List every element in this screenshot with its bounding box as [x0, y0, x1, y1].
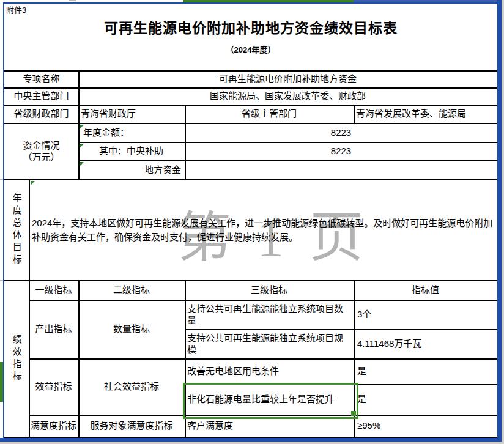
page-title[interactable]: 可再生能源电价附加补助地方资金绩效目标表 — [4, 17, 497, 37]
cell-local-funds-value[interactable] — [185, 160, 497, 179]
cell-central-subsidy-value[interactable]: 8223 — [185, 142, 497, 160]
header-level3[interactable]: 三级指标 — [185, 280, 354, 300]
cell-value-row3[interactable]: 是 — [354, 358, 497, 384]
cell-value-row4[interactable]: 是 — [354, 384, 497, 415]
cell-provincial-dept-value[interactable]: 青海省发展改革委、能源局 — [354, 105, 497, 123]
header-level1[interactable]: 一级指标 — [29, 280, 78, 300]
cell-indicator-row3[interactable]: 改善无电地区用电条件 — [185, 358, 354, 384]
page-border-left — [3, 2, 4, 438]
cell-indicator-row2[interactable]: 支持公共可再生能源能独立系统项目规模 — [185, 329, 354, 358]
cell-value-row1[interactable]: 3个 — [354, 300, 497, 329]
header-indicator-value[interactable]: 指标值 — [354, 280, 497, 300]
row-header-highlight — [0, 362, 3, 402]
funding-group-line1: 资金情况 — [23, 139, 59, 152]
header-level2[interactable]: 二级指标 — [78, 280, 185, 300]
cell-special-project-value[interactable]: 可再生能源电价附加补助地方资金 — [78, 70, 497, 87]
window-edge-right — [502, 0, 504, 444]
cell-funding-group-label[interactable]: 资金情况 （万元） — [4, 123, 78, 179]
fill-handle[interactable] — [351, 411, 356, 416]
cell-value-row5[interactable]: ≥95% — [354, 415, 497, 437]
cell-indicator-row1[interactable]: 支持公共可再生能源能独立系统项目数量 — [185, 300, 354, 329]
error-indicator-triangle — [80, 125, 84, 129]
cell-central-dept-value[interactable]: 国家能源局、国家发展改革委、财政部 — [78, 87, 497, 105]
cell-quantity-indicator[interactable]: 数量指标 — [78, 300, 185, 358]
cell-local-funds-label[interactable]: 地方资金 — [78, 160, 185, 179]
cell-central-subsidy-label[interactable]: 其中：中央补助 — [78, 142, 185, 160]
cell-annual-amount-value[interactable]: 8223 — [185, 123, 497, 142]
cell-provincial-dept-label[interactable]: 省级主管部门 — [185, 105, 354, 123]
cell-satisfaction-indicator[interactable]: 满意度指标 — [29, 415, 78, 437]
cell-service-satisfaction-indicator[interactable]: 服务对象满意度指标 — [78, 415, 185, 437]
cell-annual-amount-label[interactable]: 年度金额： — [78, 123, 185, 142]
cell-benefit-indicator[interactable]: 效益指标 — [29, 358, 78, 415]
cell-value-row2[interactable]: 4.111468万千瓦 — [354, 329, 497, 358]
spreadsheet-page-break-preview: 第 1 页 附件3 可再生能源电价附加补助地方资金绩效目标表 （2024年度） … — [0, 0, 504, 444]
error-indicator-triangle — [80, 144, 84, 148]
page-border-top — [3, 2, 498, 4]
funding-group-line2: （万元） — [23, 151, 59, 163]
cell-output-indicator[interactable]: 产出指标 — [29, 300, 78, 358]
gridline-fragment — [0, 280, 3, 281]
cell-social-benefit-indicator[interactable]: 社会效益指标 — [78, 358, 185, 415]
cell-provincial-finance-label[interactable]: 省级财政部门 — [4, 105, 78, 123]
cell-special-project-label[interactable]: 专项名称 — [4, 70, 78, 87]
cell-central-dept-label[interactable]: 中央主管部门 — [4, 87, 78, 105]
cell-annual-goal-text[interactable]: 2024年，支持本地区做好可再生能源发展有关工作，进一步推动能源绿色低碳转型。及… — [29, 179, 497, 280]
page-border-right — [497, 0, 502, 442]
selected-cell-border — [183, 383, 358, 419]
cell-provincial-finance-value[interactable]: 青海省财政厅 — [78, 105, 185, 123]
page-subtitle[interactable]: （2024年度） — [4, 43, 497, 55]
gridline-fragment — [69, 0, 76, 1]
gridline-fragment — [0, 179, 3, 180]
cell-annual-goal-label[interactable]: 年度总体目标 — [4, 179, 29, 280]
window-edge-bottom — [0, 442, 502, 444]
cell-indicator-group-label[interactable]: 绩效指标 — [4, 280, 29, 438]
error-indicator-triangle — [80, 162, 84, 166]
attachment-label[interactable]: 附件3 — [6, 4, 26, 15]
